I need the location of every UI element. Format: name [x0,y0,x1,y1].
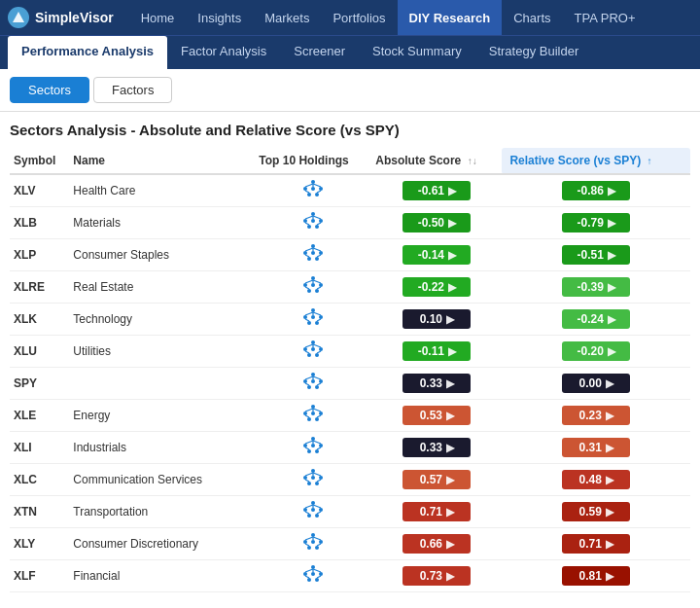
svg-rect-12 [311,212,315,216]
cell-holdings[interactable] [255,560,371,592]
cell-absolute-score[interactable]: -0.22 ▶ [371,271,502,304]
holdings-icon[interactable] [303,344,323,361]
holdings-icon[interactable] [303,409,323,425]
cell-holdings[interactable] [255,368,371,400]
svg-rect-47 [311,315,315,319]
subnav-strategy-builder[interactable]: Strategy Builder [475,36,593,69]
abs-arrow-icon: ▶ [448,281,456,294]
cell-relative-score[interactable]: -0.86 ▶ [502,174,690,207]
holdings-icon[interactable] [303,280,323,297]
cell-relative-score[interactable]: 0.31 ▶ [502,432,690,464]
holdings-icon[interactable] [303,569,323,586]
subnav-performance-analysis[interactable]: Performance Analysis [8,36,167,69]
absolute-score-badge: 0.10 ▶ [402,309,471,329]
cell-holdings[interactable] [255,464,371,496]
cell-relative-score[interactable]: 0.48 ▶ [502,464,690,496]
subnav-screener[interactable]: Screener [280,36,359,69]
cell-relative-score[interactable]: 0.81 ▶ [502,560,690,592]
svg-rect-67 [311,373,315,376]
cell-holdings[interactable] [255,239,371,271]
cell-relative-score[interactable]: -0.39 ▶ [502,271,690,304]
cell-absolute-score[interactable]: -0.61 ▶ [371,174,502,207]
nav-portfolios[interactable]: Portfolios [321,0,397,35]
holdings-icon[interactable] [303,376,323,393]
cell-absolute-score[interactable]: 0.33 ▶ [371,432,502,464]
nav-tpa-pro[interactable]: TPA PRO+ [563,0,648,35]
svg-line-126 [305,537,313,540]
cell-symbol: XTN [10,496,69,528]
svg-rect-74 [307,385,311,389]
cell-absolute-score[interactable]: 0.53 ▶ [371,400,502,432]
holdings-icon[interactable] [303,248,323,265]
holdings-icon[interactable] [303,537,323,554]
cell-holdings[interactable] [255,304,371,336]
svg-line-65 [305,351,309,353]
cell-relative-score[interactable]: -0.79 ▶ [502,207,690,239]
cell-relative-score[interactable]: -0.24 ▶ [502,304,690,336]
col-header-relative-score[interactable]: Relative Score (vs SPY) ↑ [502,148,690,174]
svg-rect-100 [311,469,315,473]
cell-absolute-score[interactable]: 0.10 ▶ [371,304,502,336]
cell-holdings[interactable] [255,432,371,464]
svg-line-128 [313,537,321,540]
nav-home[interactable]: Home [129,0,187,35]
tab-factors[interactable]: Factors [93,77,172,103]
cell-absolute-score[interactable]: 0.73 ▶ [371,560,502,592]
svg-rect-4 [319,187,323,191]
cell-holdings[interactable] [255,400,371,432]
nav-insights[interactable]: Insights [186,0,253,35]
cell-absolute-score[interactable]: 0.33 ▶ [371,368,502,400]
cell-holdings[interactable] [255,528,371,560]
cell-absolute-score[interactable]: -0.11 ▶ [371,336,502,368]
cell-holdings[interactable] [255,336,371,368]
cell-holdings[interactable] [255,496,371,528]
holdings-icon[interactable] [303,505,323,521]
cell-holdings[interactable] [255,207,371,239]
holdings-icon[interactable] [303,441,323,457]
col-header-absolute-score[interactable]: Absolute Score ↑↓ [371,148,502,174]
svg-line-29 [313,248,321,251]
cell-relative-score[interactable]: -0.51 ▶ [502,239,690,271]
cell-relative-score[interactable]: 0.23 ▶ [502,400,690,432]
cell-name: Materials [69,207,255,239]
cell-symbol: XLF [10,560,69,592]
col-header-name: Name [69,148,255,174]
cell-relative-score[interactable]: 0.71 ▶ [502,528,690,560]
cell-relative-score[interactable]: 0.00 ▶ [502,368,690,400]
cell-name: Financial [69,560,255,592]
cell-absolute-score[interactable]: 0.66 ▶ [371,528,502,560]
cell-absolute-score[interactable]: 0.71 ▶ [371,496,502,528]
svg-rect-90 [303,444,307,447]
svg-line-44 [317,287,321,289]
cell-relative-score[interactable]: -0.20 ▶ [502,336,690,368]
nav-diy-research[interactable]: DIY Research [398,0,503,35]
svg-line-121 [317,512,321,514]
abs-arrow-icon: ▶ [446,474,454,486]
relative-score-badge: 0.81 ▶ [562,566,630,586]
nav-charts[interactable]: Charts [502,0,562,35]
subnav-factor-analysis[interactable]: Factor Analysis [167,36,280,69]
subnav-stock-summary[interactable]: Stock Summary [359,36,475,69]
relative-score-badge: -0.51 ▶ [562,245,630,265]
svg-line-132 [317,544,321,546]
relative-score-badge: -0.79 ▶ [562,213,630,232]
holdings-icon[interactable] [303,216,323,232]
svg-line-7 [313,184,321,187]
cell-name: Utilities [69,336,255,368]
cell-absolute-score[interactable]: -0.50 ▶ [371,207,502,239]
rel-arrow-icon: ▶ [606,442,613,454]
relative-sort-arrow: ↑ [648,156,652,166]
holdings-icon[interactable] [303,473,323,489]
svg-line-16 [305,216,313,219]
cell-absolute-score[interactable]: -0.14 ▶ [371,239,502,271]
absolute-score-badge: 0.71 ▶ [402,502,471,521]
holdings-icon[interactable] [303,312,323,329]
cell-absolute-score[interactable]: 0.57 ▶ [371,464,502,496]
nav-markets[interactable]: Markets [253,0,321,35]
cell-relative-score[interactable]: 0.59 ▶ [502,496,690,528]
cell-symbol: XLB [10,207,69,239]
cell-holdings[interactable] [255,174,371,207]
tab-sectors[interactable]: Sectors [10,77,89,103]
cell-holdings[interactable] [255,271,371,304]
holdings-icon[interactable] [303,184,323,200]
